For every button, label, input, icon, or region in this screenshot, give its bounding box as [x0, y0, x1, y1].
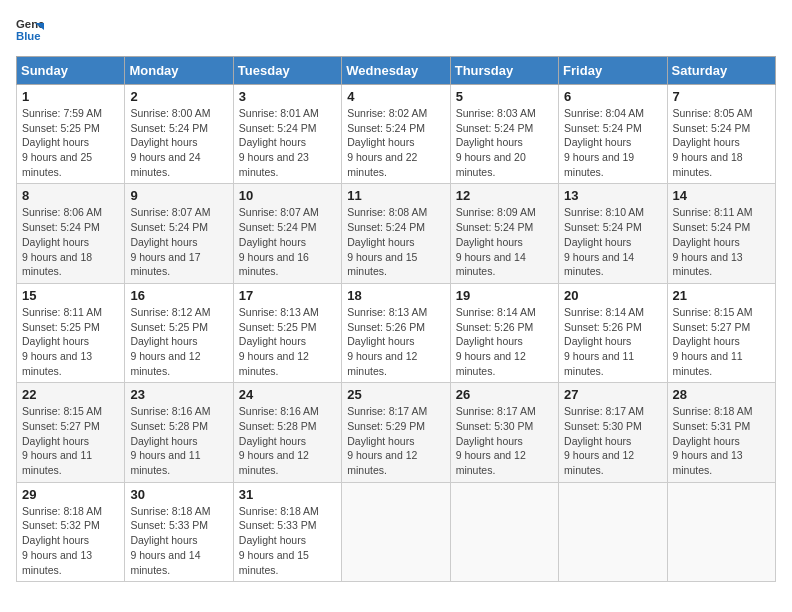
calendar-cell [559, 482, 667, 581]
day-number: 3 [239, 89, 336, 104]
day-info: Sunrise: 8:00 AM Sunset: 5:24 PM Dayligh… [130, 106, 227, 179]
calendar-cell: 16 Sunrise: 8:12 AM Sunset: 5:25 PM Dayl… [125, 283, 233, 382]
calendar-cell: 15 Sunrise: 8:11 AM Sunset: 5:25 PM Dayl… [17, 283, 125, 382]
calendar-cell: 26 Sunrise: 8:17 AM Sunset: 5:30 PM Dayl… [450, 383, 558, 482]
calendar-cell: 2 Sunrise: 8:00 AM Sunset: 5:24 PM Dayli… [125, 85, 233, 184]
day-number: 13 [564, 188, 661, 203]
day-info: Sunrise: 8:18 AM Sunset: 5:33 PM Dayligh… [130, 504, 227, 577]
day-info: Sunrise: 8:01 AM Sunset: 5:24 PM Dayligh… [239, 106, 336, 179]
day-info: Sunrise: 8:18 AM Sunset: 5:31 PM Dayligh… [673, 404, 770, 477]
calendar-week-3: 15 Sunrise: 8:11 AM Sunset: 5:25 PM Dayl… [17, 283, 776, 382]
day-number: 31 [239, 487, 336, 502]
day-number: 29 [22, 487, 119, 502]
day-number: 7 [673, 89, 770, 104]
day-number: 18 [347, 288, 444, 303]
calendar-cell: 1 Sunrise: 7:59 AM Sunset: 5:25 PM Dayli… [17, 85, 125, 184]
day-info: Sunrise: 8:12 AM Sunset: 5:25 PM Dayligh… [130, 305, 227, 378]
day-number: 28 [673, 387, 770, 402]
day-info: Sunrise: 8:04 AM Sunset: 5:24 PM Dayligh… [564, 106, 661, 179]
col-header-tuesday: Tuesday [233, 57, 341, 85]
day-number: 11 [347, 188, 444, 203]
calendar-cell: 19 Sunrise: 8:14 AM Sunset: 5:26 PM Dayl… [450, 283, 558, 382]
day-number: 21 [673, 288, 770, 303]
day-info: Sunrise: 8:15 AM Sunset: 5:27 PM Dayligh… [673, 305, 770, 378]
day-number: 19 [456, 288, 553, 303]
calendar-cell: 29 Sunrise: 8:18 AM Sunset: 5:32 PM Dayl… [17, 482, 125, 581]
calendar-cell: 28 Sunrise: 8:18 AM Sunset: 5:31 PM Dayl… [667, 383, 775, 482]
logo: General Blue [16, 16, 44, 44]
day-info: Sunrise: 8:18 AM Sunset: 5:32 PM Dayligh… [22, 504, 119, 577]
day-info: Sunrise: 8:10 AM Sunset: 5:24 PM Dayligh… [564, 205, 661, 278]
day-info: Sunrise: 8:07 AM Sunset: 5:24 PM Dayligh… [130, 205, 227, 278]
calendar-cell: 25 Sunrise: 8:17 AM Sunset: 5:29 PM Dayl… [342, 383, 450, 482]
day-number: 10 [239, 188, 336, 203]
calendar-cell: 13 Sunrise: 8:10 AM Sunset: 5:24 PM Dayl… [559, 184, 667, 283]
day-number: 24 [239, 387, 336, 402]
calendar-cell: 31 Sunrise: 8:18 AM Sunset: 5:33 PM Dayl… [233, 482, 341, 581]
day-number: 9 [130, 188, 227, 203]
day-info: Sunrise: 8:15 AM Sunset: 5:27 PM Dayligh… [22, 404, 119, 477]
day-number: 12 [456, 188, 553, 203]
calendar-cell: 24 Sunrise: 8:16 AM Sunset: 5:28 PM Dayl… [233, 383, 341, 482]
calendar-table: SundayMondayTuesdayWednesdayThursdayFrid… [16, 56, 776, 582]
calendar-cell: 20 Sunrise: 8:14 AM Sunset: 5:26 PM Dayl… [559, 283, 667, 382]
day-info: Sunrise: 8:09 AM Sunset: 5:24 PM Dayligh… [456, 205, 553, 278]
day-number: 27 [564, 387, 661, 402]
calendar-cell: 8 Sunrise: 8:06 AM Sunset: 5:24 PM Dayli… [17, 184, 125, 283]
day-info: Sunrise: 8:16 AM Sunset: 5:28 PM Dayligh… [239, 404, 336, 477]
day-number: 5 [456, 89, 553, 104]
calendar-week-5: 29 Sunrise: 8:18 AM Sunset: 5:32 PM Dayl… [17, 482, 776, 581]
svg-text:Blue: Blue [16, 30, 41, 42]
day-info: Sunrise: 8:18 AM Sunset: 5:33 PM Dayligh… [239, 504, 336, 577]
day-info: Sunrise: 8:13 AM Sunset: 5:26 PM Dayligh… [347, 305, 444, 378]
day-info: Sunrise: 8:16 AM Sunset: 5:28 PM Dayligh… [130, 404, 227, 477]
calendar-cell: 6 Sunrise: 8:04 AM Sunset: 5:24 PM Dayli… [559, 85, 667, 184]
col-header-thursday: Thursday [450, 57, 558, 85]
day-number: 25 [347, 387, 444, 402]
day-number: 26 [456, 387, 553, 402]
day-info: Sunrise: 8:17 AM Sunset: 5:30 PM Dayligh… [456, 404, 553, 477]
header: General Blue [16, 16, 776, 44]
calendar-cell: 4 Sunrise: 8:02 AM Sunset: 5:24 PM Dayli… [342, 85, 450, 184]
calendar-week-2: 8 Sunrise: 8:06 AM Sunset: 5:24 PM Dayli… [17, 184, 776, 283]
col-header-monday: Monday [125, 57, 233, 85]
day-number: 4 [347, 89, 444, 104]
calendar-cell: 14 Sunrise: 8:11 AM Sunset: 5:24 PM Dayl… [667, 184, 775, 283]
calendar-cell [342, 482, 450, 581]
day-info: Sunrise: 8:05 AM Sunset: 5:24 PM Dayligh… [673, 106, 770, 179]
day-number: 14 [673, 188, 770, 203]
day-info: Sunrise: 8:14 AM Sunset: 5:26 PM Dayligh… [456, 305, 553, 378]
calendar-cell: 22 Sunrise: 8:15 AM Sunset: 5:27 PM Dayl… [17, 383, 125, 482]
calendar-week-1: 1 Sunrise: 7:59 AM Sunset: 5:25 PM Dayli… [17, 85, 776, 184]
col-header-sunday: Sunday [17, 57, 125, 85]
day-number: 2 [130, 89, 227, 104]
calendar-cell: 5 Sunrise: 8:03 AM Sunset: 5:24 PM Dayli… [450, 85, 558, 184]
calendar-cell [667, 482, 775, 581]
day-number: 20 [564, 288, 661, 303]
day-info: Sunrise: 8:02 AM Sunset: 5:24 PM Dayligh… [347, 106, 444, 179]
day-number: 6 [564, 89, 661, 104]
day-info: Sunrise: 8:07 AM Sunset: 5:24 PM Dayligh… [239, 205, 336, 278]
day-number: 1 [22, 89, 119, 104]
calendar-cell: 10 Sunrise: 8:07 AM Sunset: 5:24 PM Dayl… [233, 184, 341, 283]
calendar-cell: 17 Sunrise: 8:13 AM Sunset: 5:25 PM Dayl… [233, 283, 341, 382]
day-number: 17 [239, 288, 336, 303]
day-info: Sunrise: 8:17 AM Sunset: 5:29 PM Dayligh… [347, 404, 444, 477]
calendar-cell: 12 Sunrise: 8:09 AM Sunset: 5:24 PM Dayl… [450, 184, 558, 283]
day-info: Sunrise: 8:11 AM Sunset: 5:25 PM Dayligh… [22, 305, 119, 378]
day-info: Sunrise: 8:06 AM Sunset: 5:24 PM Dayligh… [22, 205, 119, 278]
col-header-saturday: Saturday [667, 57, 775, 85]
calendar-cell: 9 Sunrise: 8:07 AM Sunset: 5:24 PM Dayli… [125, 184, 233, 283]
day-info: Sunrise: 8:17 AM Sunset: 5:30 PM Dayligh… [564, 404, 661, 477]
calendar-cell [450, 482, 558, 581]
day-number: 16 [130, 288, 227, 303]
day-number: 8 [22, 188, 119, 203]
day-info: Sunrise: 8:08 AM Sunset: 5:24 PM Dayligh… [347, 205, 444, 278]
day-info: Sunrise: 8:03 AM Sunset: 5:24 PM Dayligh… [456, 106, 553, 179]
day-number: 23 [130, 387, 227, 402]
calendar-cell: 3 Sunrise: 8:01 AM Sunset: 5:24 PM Dayli… [233, 85, 341, 184]
calendar-cell: 21 Sunrise: 8:15 AM Sunset: 5:27 PM Dayl… [667, 283, 775, 382]
day-info: Sunrise: 8:11 AM Sunset: 5:24 PM Dayligh… [673, 205, 770, 278]
calendar-week-4: 22 Sunrise: 8:15 AM Sunset: 5:27 PM Dayl… [17, 383, 776, 482]
calendar-cell: 27 Sunrise: 8:17 AM Sunset: 5:30 PM Dayl… [559, 383, 667, 482]
